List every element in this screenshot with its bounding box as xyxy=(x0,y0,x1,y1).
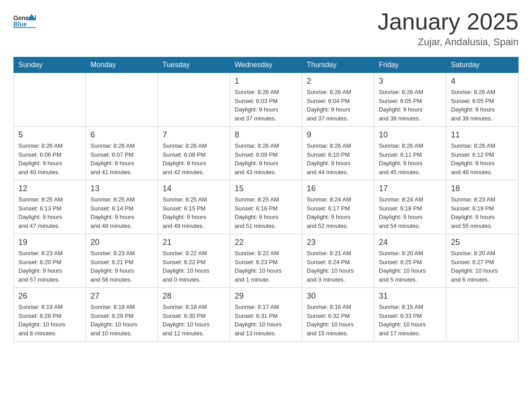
day-info: Sunrise: 8:26 AMSunset: 6:06 PMDaylight:… xyxy=(18,141,81,176)
day-info: Sunrise: 8:26 AMSunset: 6:11 PMDaylight:… xyxy=(379,141,442,176)
day-cell: 4Sunrise: 8:26 AMSunset: 6:05 PMDaylight… xyxy=(446,73,519,127)
day-number: 8 xyxy=(235,130,297,140)
week-row-1: 1Sunrise: 8:26 AMSunset: 6:03 PMDaylight… xyxy=(14,73,519,127)
day-info: Sunrise: 8:21 AMSunset: 6:24 PMDaylight:… xyxy=(307,249,369,284)
week-row-2: 5Sunrise: 8:26 AMSunset: 6:06 PMDaylight… xyxy=(14,127,519,180)
day-number: 3 xyxy=(379,77,442,86)
day-info: Sunrise: 8:26 AMSunset: 6:07 PMDaylight:… xyxy=(90,141,153,176)
day-number: 2 xyxy=(307,77,369,86)
header-row: SundayMondayTuesdayWednesdayThursdayFrid… xyxy=(14,57,519,73)
day-cell: 10Sunrise: 8:26 AMSunset: 6:11 PMDayligh… xyxy=(374,127,446,180)
day-number: 13 xyxy=(90,184,153,193)
day-info: Sunrise: 8:26 AMSunset: 6:08 PMDaylight:… xyxy=(163,141,225,176)
day-number: 24 xyxy=(379,238,442,247)
calendar-header: SundayMondayTuesdayWednesdayThursdayFrid… xyxy=(14,57,519,73)
day-number: 29 xyxy=(235,291,297,301)
day-info: Sunrise: 8:15 AMSunset: 6:33 PMDaylight:… xyxy=(379,303,442,338)
day-number: 23 xyxy=(307,238,369,247)
day-cell: 22Sunrise: 8:22 AMSunset: 6:23 PMDayligh… xyxy=(230,234,302,288)
day-info: Sunrise: 8:18 AMSunset: 6:30 PMDaylight:… xyxy=(163,303,225,338)
day-number: 25 xyxy=(451,238,514,247)
day-number: 12 xyxy=(18,184,81,193)
day-info: Sunrise: 8:25 AMSunset: 6:16 PMDaylight:… xyxy=(235,195,297,230)
day-info: Sunrise: 8:24 AMSunset: 6:18 PMDaylight:… xyxy=(379,195,442,230)
day-info: Sunrise: 8:26 AMSunset: 6:05 PMDaylight:… xyxy=(451,88,514,123)
day-cell xyxy=(446,288,519,342)
header-day-friday: Friday xyxy=(374,57,446,73)
svg-text:Blue: Blue xyxy=(13,21,27,28)
day-cell: 21Sunrise: 8:22 AMSunset: 6:22 PMDayligh… xyxy=(158,234,230,288)
day-cell: 23Sunrise: 8:21 AMSunset: 6:24 PMDayligh… xyxy=(302,234,374,288)
week-row-4: 19Sunrise: 8:23 AMSunset: 6:20 PMDayligh… xyxy=(14,234,519,288)
day-number: 11 xyxy=(451,130,514,140)
header-day-tuesday: Tuesday xyxy=(158,57,230,73)
day-cell xyxy=(86,73,158,127)
day-number: 22 xyxy=(235,238,297,247)
day-cell: 8Sunrise: 8:26 AMSunset: 6:09 PMDaylight… xyxy=(230,127,302,180)
day-info: Sunrise: 8:26 AMSunset: 6:05 PMDaylight:… xyxy=(379,88,442,123)
calendar-subtitle: Zujar, Andalusia, Spain xyxy=(378,36,519,48)
day-cell: 3Sunrise: 8:26 AMSunset: 6:05 PMDaylight… xyxy=(374,73,446,127)
day-info: Sunrise: 8:25 AMSunset: 6:14 PMDaylight:… xyxy=(90,195,153,230)
day-cell: 5Sunrise: 8:26 AMSunset: 6:06 PMDaylight… xyxy=(14,127,86,180)
header-day-saturday: Saturday xyxy=(446,57,519,73)
week-row-3: 12Sunrise: 8:25 AMSunset: 6:13 PMDayligh… xyxy=(14,180,519,234)
day-cell: 27Sunrise: 8:18 AMSunset: 6:29 PMDayligh… xyxy=(86,288,158,342)
header-day-wednesday: Wednesday xyxy=(230,57,302,73)
day-cell: 29Sunrise: 8:17 AMSunset: 6:31 PMDayligh… xyxy=(230,288,302,342)
day-number: 1 xyxy=(235,77,297,86)
calendar-body: 1Sunrise: 8:26 AMSunset: 6:03 PMDaylight… xyxy=(14,73,519,342)
day-cell: 28Sunrise: 8:18 AMSunset: 6:30 PMDayligh… xyxy=(158,288,230,342)
logo: General Blue xyxy=(13,9,36,31)
day-cell: 14Sunrise: 8:25 AMSunset: 6:15 PMDayligh… xyxy=(158,180,230,234)
day-cell: 6Sunrise: 8:26 AMSunset: 6:07 PMDaylight… xyxy=(86,127,158,180)
day-number: 21 xyxy=(163,238,225,247)
header-day-monday: Monday xyxy=(86,57,158,73)
day-info: Sunrise: 8:20 AMSunset: 6:25 PMDaylight:… xyxy=(379,249,442,284)
day-number: 4 xyxy=(451,77,514,86)
day-number: 18 xyxy=(451,184,514,193)
day-cell: 16Sunrise: 8:24 AMSunset: 6:17 PMDayligh… xyxy=(302,180,374,234)
day-number: 31 xyxy=(379,291,442,301)
day-info: Sunrise: 8:23 AMSunset: 6:21 PMDaylight:… xyxy=(90,249,153,284)
calendar-table: SundayMondayTuesdayWednesdayThursdayFrid… xyxy=(13,57,519,342)
day-cell xyxy=(14,73,86,127)
day-info: Sunrise: 8:22 AMSunset: 6:22 PMDaylight:… xyxy=(163,249,225,284)
day-cell: 20Sunrise: 8:23 AMSunset: 6:21 PMDayligh… xyxy=(86,234,158,288)
day-cell: 19Sunrise: 8:23 AMSunset: 6:20 PMDayligh… xyxy=(14,234,86,288)
day-cell: 15Sunrise: 8:25 AMSunset: 6:16 PMDayligh… xyxy=(230,180,302,234)
day-cell: 11Sunrise: 8:26 AMSunset: 6:12 PMDayligh… xyxy=(446,127,519,180)
day-number: 26 xyxy=(18,291,81,301)
day-number: 6 xyxy=(90,130,153,140)
day-number: 17 xyxy=(379,184,442,193)
day-cell: 30Sunrise: 8:16 AMSunset: 6:32 PMDayligh… xyxy=(302,288,374,342)
header-day-thursday: Thursday xyxy=(302,57,374,73)
day-number: 10 xyxy=(379,130,442,140)
day-number: 19 xyxy=(18,238,81,247)
day-info: Sunrise: 8:17 AMSunset: 6:31 PMDaylight:… xyxy=(235,303,297,338)
logo-icon: General Blue xyxy=(13,9,36,31)
day-info: Sunrise: 8:26 AMSunset: 6:09 PMDaylight:… xyxy=(235,141,297,176)
day-number: 9 xyxy=(307,130,369,140)
day-info: Sunrise: 8:19 AMSunset: 6:28 PMDaylight:… xyxy=(18,303,81,338)
day-info: Sunrise: 8:25 AMSunset: 6:13 PMDaylight:… xyxy=(18,195,81,230)
day-info: Sunrise: 8:23 AMSunset: 6:20 PMDaylight:… xyxy=(18,249,81,284)
header-day-sunday: Sunday xyxy=(14,57,86,73)
day-cell: 13Sunrise: 8:25 AMSunset: 6:14 PMDayligh… xyxy=(86,180,158,234)
day-cell: 18Sunrise: 8:23 AMSunset: 6:19 PMDayligh… xyxy=(446,180,519,234)
week-row-5: 26Sunrise: 8:19 AMSunset: 6:28 PMDayligh… xyxy=(14,288,519,342)
day-cell: 7Sunrise: 8:26 AMSunset: 6:08 PMDaylight… xyxy=(158,127,230,180)
page-header: General Blue January 2025 Zujar, Andalus… xyxy=(13,9,519,48)
day-cell xyxy=(158,73,230,127)
day-number: 15 xyxy=(235,184,297,193)
day-info: Sunrise: 8:18 AMSunset: 6:29 PMDaylight:… xyxy=(90,303,153,338)
day-cell: 17Sunrise: 8:24 AMSunset: 6:18 PMDayligh… xyxy=(374,180,446,234)
day-cell: 26Sunrise: 8:19 AMSunset: 6:28 PMDayligh… xyxy=(14,288,86,342)
day-info: Sunrise: 8:16 AMSunset: 6:32 PMDaylight:… xyxy=(307,303,369,338)
day-info: Sunrise: 8:26 AMSunset: 6:04 PMDaylight:… xyxy=(307,88,369,123)
day-info: Sunrise: 8:22 AMSunset: 6:23 PMDaylight:… xyxy=(235,249,297,284)
day-number: 20 xyxy=(90,238,153,247)
day-info: Sunrise: 8:24 AMSunset: 6:17 PMDaylight:… xyxy=(307,195,369,230)
day-cell: 25Sunrise: 8:20 AMSunset: 6:27 PMDayligh… xyxy=(446,234,519,288)
day-cell: 9Sunrise: 8:26 AMSunset: 6:10 PMDaylight… xyxy=(302,127,374,180)
